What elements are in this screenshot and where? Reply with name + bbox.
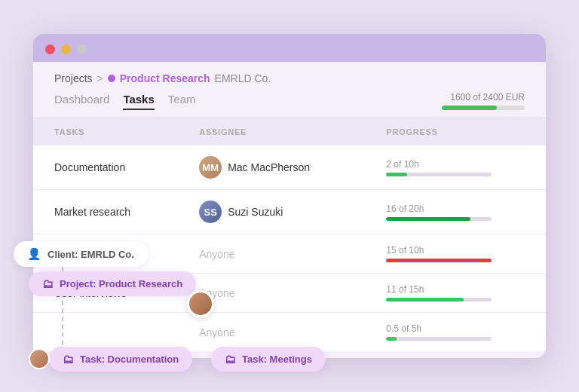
progress-cell-inner: 2 of 10h (386, 159, 525, 176)
assignee-cell: MMMac MacPherson (178, 145, 365, 190)
assignee-cell: Anyone (178, 274, 365, 313)
window-body: Projects > Product Research EMRLD Co. Da… (33, 62, 546, 351)
table-row: Anyone0.5 of 5h (33, 313, 546, 352)
tabs-budget-row: Dashboard Tasks Team 1600 of 2400 EUR (33, 84, 546, 110)
progress-text: 16 of 20h (386, 204, 525, 214)
assignee-name: Mac MacPherson (228, 161, 310, 173)
project-name[interactable]: Product Research (120, 72, 210, 84)
task-name: User interviews (33, 274, 178, 313)
budget-progress-bar (442, 106, 525, 110)
table-row: DocumentationMMMac MacPherson2 of 10h (33, 145, 546, 190)
progress-cell-inner: 0.5 of 5h (386, 323, 525, 341)
progress-cell: 11 of 15h (365, 274, 546, 313)
tab-dashboard[interactable]: Dashboard (54, 93, 109, 110)
task-name (33, 313, 178, 352)
projects-link[interactable]: Projects (54, 72, 93, 84)
breadcrumb: Projects > Product Research EMRLD Co. (33, 62, 546, 84)
app-window: Projects > Product Research EMRLD Co. Da… (33, 34, 546, 358)
avatar: MM (199, 156, 222, 179)
progress-bar-bg (386, 337, 492, 341)
tabs: Dashboard Tasks Team (54, 93, 196, 110)
task-name: Documentation (33, 145, 178, 190)
progress-bar-fill (386, 337, 397, 341)
progress-bar-bg (386, 217, 492, 221)
progress-bar-fill (386, 259, 492, 262)
close-icon[interactable] (45, 44, 55, 54)
minimize-icon[interactable] (61, 44, 71, 54)
assignee-cell: Anyone (178, 313, 365, 352)
assignee-cell: Anyone (178, 234, 365, 274)
task-name: Meetings (33, 234, 178, 274)
progress-text: 15 of 10h (386, 245, 525, 256)
assignee-cell-inner: Anyone (199, 287, 344, 299)
assignee-cell-inner: Anyone (199, 326, 344, 338)
table-row: User interviewsAnyone11 of 15h (33, 274, 546, 313)
col-assignee: ASSIGNEE (178, 118, 365, 145)
progress-text: 0.5 of 5h (386, 323, 525, 334)
budget-text: 1600 of 2400 EUR (450, 92, 525, 103)
progress-cell: 2 of 10h (365, 145, 546, 190)
task-name: Market research (33, 190, 178, 234)
progress-cell-inner: 16 of 20h (386, 204, 525, 221)
budget-bar-fill (442, 106, 497, 110)
progress-cell: 16 of 20h (365, 190, 546, 234)
table-row: Market researchSSSuzi Suzuki16 of 20h (33, 190, 546, 234)
assignee-anyone: Anyone (199, 287, 234, 299)
progress-text: 11 of 15h (386, 284, 525, 295)
breadcrumb-separator: > (97, 72, 103, 84)
progress-cell-inner: 11 of 15h (386, 284, 525, 302)
progress-bar-fill (386, 173, 407, 176)
progress-bar-bg (386, 173, 492, 176)
client-name: EMRLD Co. (215, 72, 271, 84)
col-progress: PROGRESS (365, 118, 546, 145)
avatar: SS (199, 201, 222, 223)
budget-info: 1600 of 2400 EUR (442, 92, 525, 110)
tab-team[interactable]: Team (168, 93, 196, 110)
table-header-row: TASKS ASSIGNEE PROGRESS (33, 118, 546, 145)
progress-bar-bg (386, 298, 492, 302)
progress-bar-bg (386, 259, 492, 262)
progress-cell: 0.5 of 5h (365, 313, 546, 352)
tasks-table: TASKS ASSIGNEE PROGRESS DocumentationMMM… (33, 118, 546, 351)
maximize-icon[interactable] (77, 44, 87, 54)
assignee-anyone: Anyone (199, 248, 234, 260)
assignee-cell-inner: MMMac MacPherson (199, 156, 344, 179)
progress-cell: 15 of 10h (365, 234, 546, 274)
assignee-cell-inner: Anyone (199, 248, 344, 260)
assignee-cell: SSSuzi Suzuki (178, 190, 365, 234)
progress-text: 2 of 10h (386, 159, 525, 170)
tab-tasks[interactable]: Tasks (123, 93, 154, 110)
table-row: MeetingsAnyone15 of 10h (33, 234, 546, 274)
assignee-anyone: Anyone (199, 326, 234, 338)
progress-bar-fill (386, 298, 463, 302)
title-bar (33, 34, 546, 62)
assignee-cell-inner: SSSuzi Suzuki (199, 201, 344, 223)
assignee-name: Suzi Suzuki (228, 206, 283, 218)
project-dot-icon (108, 75, 115, 82)
progress-bar-fill (386, 217, 470, 221)
progress-cell-inner: 15 of 10h (386, 245, 525, 262)
col-tasks: TASKS (33, 118, 178, 145)
